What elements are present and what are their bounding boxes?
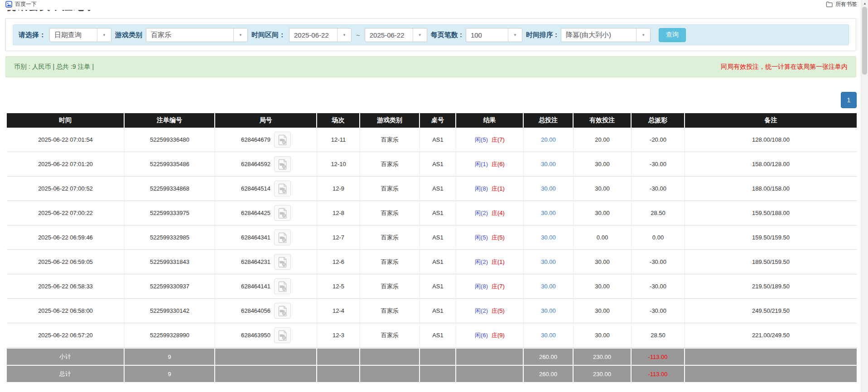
col-header-table: 桌号 bbox=[420, 113, 456, 128]
chevron-down-icon[interactable]: ▼ bbox=[413, 29, 427, 42]
result-banker: 庄(5) bbox=[492, 307, 505, 315]
game-type-select[interactable]: 百家乐 ▼ bbox=[146, 28, 248, 42]
table-row: 2025-06-22 06:59:46 522599332985 6284643… bbox=[7, 225, 857, 250]
cell-valid-bet: 20.00 bbox=[574, 128, 632, 152]
cell-session: 12-9 bbox=[317, 177, 360, 201]
browser-scrollbar[interactable]: ▲ bbox=[861, 0, 868, 392]
all-bookmarks[interactable]: 所有书签 bbox=[826, 0, 857, 8]
page-size-value: 100 bbox=[466, 29, 508, 42]
date-from-select[interactable]: 2025-06-22 ▼ bbox=[289, 28, 352, 42]
favicon-image-icon bbox=[5, 1, 12, 8]
cell-valid-bet: 30.00 bbox=[574, 152, 632, 176]
round-id-value: 628464141 bbox=[241, 283, 270, 290]
result-banker: 庄(1) bbox=[492, 258, 505, 266]
video-replay-button[interactable] bbox=[274, 156, 291, 172]
cell-round-id: 628464341 bbox=[215, 225, 317, 249]
cell-valid-bet: 0.00 bbox=[574, 225, 632, 249]
cell-time: 2025-06-22 06:57:20 bbox=[7, 323, 125, 347]
summary-bar: 币别 : 人民币 | 总共 :9 注单 | 同局有效投注，统一计算在该局第一张注… bbox=[5, 56, 856, 77]
cell-valid-bet: 30.00 bbox=[574, 323, 632, 347]
cell-table-no: AS1 bbox=[420, 152, 456, 176]
cell-game: 百家乐 bbox=[360, 323, 420, 347]
video-replay-button[interactable] bbox=[274, 327, 291, 343]
video-replay-button[interactable] bbox=[274, 181, 291, 196]
cell-time: 2025-06-22 07:00:52 bbox=[7, 177, 125, 201]
cell-bet-id: 522599335486 bbox=[125, 152, 215, 176]
table-row: 2025-06-22 07:00:22 522599333975 6284644… bbox=[7, 201, 857, 225]
cell-total-bet-link[interactable]: 30.00 bbox=[541, 283, 556, 290]
cell-table-no: AS1 bbox=[420, 201, 456, 225]
chevron-down-icon[interactable]: ▼ bbox=[337, 29, 351, 42]
bet-records-table: 时间 注单编号 局号 场次 游戏类别 桌号 结果 总投注 有效投注 总派彩 备注… bbox=[7, 113, 857, 382]
col-header-valid-bet: 有效投注 bbox=[574, 113, 632, 128]
bookmark-baidu[interactable]: 百度一下 bbox=[5, 0, 37, 8]
video-replay-button[interactable] bbox=[274, 205, 291, 221]
time-sort-select[interactable]: 降冪(由大到小) ▼ bbox=[561, 28, 651, 42]
video-replay-button[interactable] bbox=[274, 132, 291, 148]
chevron-down-icon[interactable]: ▼ bbox=[233, 29, 247, 42]
cell-total-bet-link[interactable]: 30.00 bbox=[541, 234, 556, 241]
search-button[interactable]: 查询 bbox=[659, 28, 686, 42]
cell-valid-bet: 30.00 bbox=[574, 274, 632, 298]
video-file-icon bbox=[278, 134, 288, 145]
page-size-select[interactable]: 100 ▼ bbox=[466, 28, 522, 42]
result-player: 闲(1) bbox=[475, 160, 488, 168]
cell-table-no: AS1 bbox=[420, 299, 456, 323]
query-type-label: 请选择： bbox=[19, 31, 46, 39]
bookmark-baidu-label: 百度一下 bbox=[15, 0, 37, 8]
chevron-down-icon[interactable]: ▼ bbox=[97, 29, 111, 42]
col-header-total-bet: 总投注 bbox=[524, 113, 574, 128]
game-type-label: 游戏类别 bbox=[115, 31, 142, 39]
round-id-value: 628464679 bbox=[241, 136, 270, 143]
cell-remark: 188.00/158.00 bbox=[685, 177, 857, 201]
video-file-icon bbox=[278, 232, 288, 243]
pagination-page-1[interactable]: 1 bbox=[841, 92, 857, 108]
cell-total-bet-link[interactable]: 30.00 bbox=[541, 332, 556, 339]
time-range-label: 时间区间： bbox=[251, 31, 285, 39]
result-player: 闲(2) bbox=[475, 209, 488, 217]
cell-total-bet-link[interactable]: 30.00 bbox=[541, 161, 556, 167]
scrollbar-thumb[interactable] bbox=[862, 7, 867, 75]
cell-total-bet-link[interactable]: 30.00 bbox=[541, 307, 556, 314]
video-replay-button[interactable] bbox=[274, 254, 291, 270]
grand-total-label: 总计 bbox=[7, 366, 125, 382]
cell-game: 百家乐 bbox=[360, 274, 420, 298]
cell-remark: 249.50/219.50 bbox=[685, 299, 857, 323]
cell-time: 2025-06-22 06:59:05 bbox=[7, 250, 125, 274]
chevron-down-icon[interactable]: ▼ bbox=[636, 29, 650, 42]
table-row: 2025-06-22 06:59:05 522599331843 6284642… bbox=[7, 250, 857, 274]
cell-session: 12-3 bbox=[317, 323, 360, 347]
cell-bet-id: 522599331843 bbox=[125, 250, 215, 274]
cell-result: 闲(2) 庄(5) bbox=[456, 299, 524, 323]
bookmarks-folder-icon bbox=[826, 1, 833, 8]
cell-payout: -30.00 bbox=[632, 274, 685, 298]
cell-result: 闲(8) 庄(7) bbox=[456, 274, 524, 298]
round-id-value: 628464592 bbox=[241, 161, 270, 167]
query-type-select[interactable]: 日期查询 ▼ bbox=[49, 28, 111, 42]
cell-total-bet-link[interactable]: 30.00 bbox=[541, 210, 556, 216]
video-replay-button[interactable] bbox=[274, 303, 291, 319]
date-to-select[interactable]: 2025-06-22 ▼ bbox=[365, 28, 427, 42]
chevron-down-icon[interactable]: ▼ bbox=[508, 29, 522, 42]
cell-bet-id: 522599333975 bbox=[125, 201, 215, 225]
video-replay-button[interactable] bbox=[274, 278, 291, 294]
result-player: 闲(5) bbox=[475, 234, 488, 242]
cell-round-id: 628464141 bbox=[215, 274, 317, 298]
video-file-icon bbox=[278, 159, 288, 170]
cell-table-no: AS1 bbox=[420, 274, 456, 298]
all-bookmarks-label: 所有书签 bbox=[835, 0, 857, 8]
result-banker: 庄(6) bbox=[492, 160, 505, 168]
video-replay-button[interactable] bbox=[274, 229, 291, 245]
grand-total-payout: -113.00 bbox=[632, 366, 685, 382]
cell-total-bet-link[interactable]: 20.00 bbox=[541, 136, 556, 143]
col-header-time: 时间 bbox=[7, 113, 125, 128]
cell-payout: -30.00 bbox=[632, 177, 685, 201]
result-banker: 庄(4) bbox=[492, 209, 505, 217]
result-banker: 庄(5) bbox=[492, 234, 505, 242]
cell-total-bet-link[interactable]: 30.00 bbox=[541, 258, 556, 265]
cell-payout: 0.00 bbox=[632, 225, 685, 249]
cell-total-bet-link[interactable]: 30.00 bbox=[541, 185, 556, 192]
cell-result: 闲(2) 庄(1) bbox=[456, 250, 524, 274]
scrollbar-up-icon[interactable]: ▲ bbox=[861, 0, 868, 6]
cell-table-no: AS1 bbox=[420, 225, 456, 249]
